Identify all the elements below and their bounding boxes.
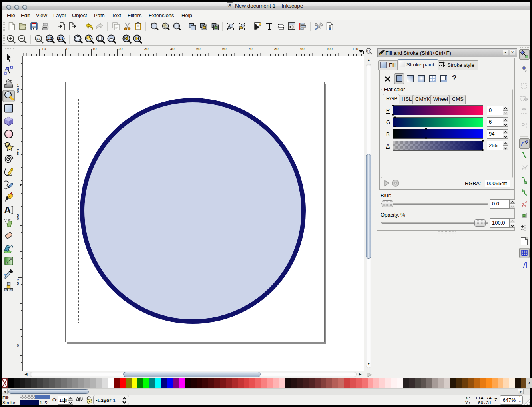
svg-text:2:1: 2:1 bbox=[58, 36, 64, 40]
svg-text:1:2: 1:2 bbox=[47, 36, 52, 40]
svg-text:1:1: 1:1 bbox=[36, 37, 40, 40]
svg-text:A: A bbox=[4, 205, 11, 215]
svg-text:1:1: 1:1 bbox=[367, 50, 370, 52]
